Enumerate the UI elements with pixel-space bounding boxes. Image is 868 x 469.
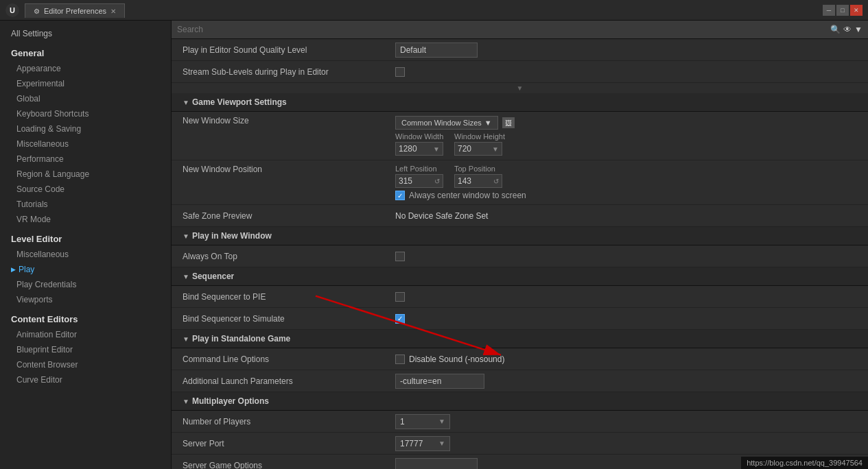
width-group: Window Width 1280 ▼ [395, 132, 450, 156]
server-port-input[interactable]: 17777 ▼ [395, 436, 450, 451]
close-tab-button[interactable]: ✕ [110, 8, 116, 15]
sidebar-item-tutorials[interactable]: Tutorials [0, 197, 171, 212]
common-sizes-label: Common Window Sizes [401, 119, 482, 127]
sound-quality-label: Play in Editor Sound Quality Level [183, 45, 395, 55]
sidebar-item-content-browser[interactable]: Content Browser [0, 357, 171, 372]
num-players-value: 1 [400, 417, 405, 426]
sidebar-item-viewports[interactable]: Viewports [0, 292, 171, 307]
center-window-checkbox[interactable] [395, 191, 405, 200]
sound-quality-control: Default [395, 43, 857, 58]
stream-sublevels-checkbox[interactable] [395, 67, 405, 77]
command-line-label: Command Line Options [183, 354, 395, 364]
sidebar-item-experimental[interactable]: Experimental [0, 76, 171, 91]
window-width-label: Window Width [395, 132, 450, 141]
editor-preferences-tab[interactable]: ⚙ Editor Preferences ✕ [25, 3, 125, 18]
window-controls: ─ □ ✕ [823, 5, 863, 16]
common-window-sizes-row: Common Window Sizes ▼ 🖼 [395, 116, 515, 130]
server-game-options-label: Server Game Options [183, 461, 395, 470]
search-icon[interactable]: 🔍 [830, 25, 841, 34]
common-window-sizes-button[interactable]: Common Window Sizes ▼ [395, 116, 498, 130]
section-game-viewport-label: Game Viewport Settings [192, 97, 287, 107]
sidebar-item-keyboard-shortcuts[interactable]: Keyboard Shortcuts [0, 106, 171, 121]
scroll-indicator: ▼ [172, 83, 868, 93]
num-players-control: 1 ▼ [395, 414, 857, 429]
bind-pie-checkbox[interactable] [395, 292, 405, 302]
window-height-input[interactable]: 720 ▼ [454, 142, 502, 156]
eye-icon[interactable]: 👁 [843, 25, 852, 34]
setting-row-stream-sublevels: Stream Sub-Levels during Play in Editor [172, 61, 868, 83]
setting-row-window-position: New Window Position Left Position 315 ↺ [172, 160, 868, 205]
tab-icon: ⚙ [34, 8, 40, 15]
setting-row-always-on-top: Always On Top [172, 245, 868, 267]
safe-zone-value: No Device Safe Zone Set [395, 211, 488, 221]
sidebar-item-miscellaneous[interactable]: Miscellaneous [0, 136, 171, 152]
search-icons: 🔍 👁 ▼ [830, 25, 863, 34]
sidebar-item-loading-saving[interactable]: Loading & Saving [0, 121, 171, 136]
num-players-arrow-icon: ▼ [438, 418, 445, 425]
setting-row-server-port: Server Port 17777 ▼ [172, 433, 868, 455]
sidebar-item-animation-editor[interactable]: Animation Editor [0, 327, 171, 342]
sidebar-item-global[interactable]: Global [0, 91, 171, 106]
top-position-input[interactable]: 143 ↺ [454, 174, 502, 188]
center-window-label: Always center window to screen [409, 191, 526, 200]
left-position-input[interactable]: 315 ↺ [395, 174, 443, 188]
sidebar-item-vr-mode[interactable]: VR Mode [0, 212, 171, 227]
safe-zone-label: Safe Zone Preview [183, 211, 395, 221]
sidebar-item-performance[interactable]: Performance [0, 152, 171, 167]
launch-params-input[interactable] [395, 374, 484, 389]
setting-row-window-size: New Window Size Common Window Sizes ▼ 🖼 [172, 112, 868, 160]
sound-quality-dropdown[interactable]: Default [395, 43, 478, 58]
disable-sound-checkbox[interactable] [395, 354, 405, 364]
window-dimensions-row: Window Width 1280 ▼ Window Height [395, 132, 515, 156]
position-controls: Left Position 315 ↺ Top Position [395, 165, 526, 200]
tab-label: Editor Preferences [44, 7, 106, 15]
chevron-down-icon[interactable]: ▼ [854, 25, 863, 34]
setting-row-sound-quality: Play in Editor Sound Quality Level Defau… [172, 39, 868, 61]
bind-simulate-checkbox[interactable] [395, 314, 405, 324]
search-input[interactable] [177, 25, 826, 34]
stream-sublevels-label: Stream Sub-Levels during Play in Editor [183, 67, 395, 77]
section-multiplayer: ▼ Multiplayer Options [172, 392, 868, 411]
sidebar-all-settings[interactable]: All Settings [0, 26, 171, 41]
sidebar-item-blueprint-editor[interactable]: Blueprint Editor [0, 342, 171, 357]
bind-simulate-control [395, 314, 857, 324]
server-port-control: 17777 ▼ [395, 436, 857, 451]
window-width-input[interactable]: 1280 ▼ [395, 142, 443, 156]
always-on-top-checkbox[interactable] [395, 252, 405, 261]
sidebar-item-curve-editor[interactable]: Curve Editor [0, 372, 171, 387]
minimize-button[interactable]: ─ [823, 5, 835, 16]
sidebar-item-source-code[interactable]: Source Code [0, 182, 171, 197]
window-size-label: New Window Size [183, 116, 395, 125]
section-sequencer-label: Sequencer [192, 272, 234, 281]
command-line-control: Disable Sound (-nosound) [395, 354, 857, 364]
app-logo: U [5, 3, 19, 17]
sidebar-item-level-miscellaneous[interactable]: Miscellaneous [0, 247, 171, 262]
section-triangle-icon-3: ▼ [183, 273, 189, 280]
sound-quality-dropdown-wrapper: Default [395, 43, 478, 58]
sidebar-section-content-editors: Content Editors [0, 307, 171, 327]
server-port-label: Server Port [183, 439, 395, 448]
section-triangle-icon-4: ▼ [183, 335, 189, 343]
section-game-viewport: ▼ Game Viewport Settings [172, 93, 868, 112]
section-multiplayer-label: Multiplayer Options [192, 396, 269, 406]
content-area: 🔍 👁 ▼ Play in Editor Sound Quality Level… [172, 21, 868, 469]
screenshot-icon[interactable]: 🖼 [502, 117, 515, 128]
window-height-value: 720 [458, 144, 471, 154]
height-arrow-icon: ▼ [492, 145, 499, 153]
close-button[interactable]: ✕ [850, 5, 863, 16]
title-bar: U ⚙ Editor Preferences ✕ ─ □ ✕ [0, 0, 868, 21]
server-game-options-input[interactable] [395, 458, 478, 470]
server-port-value: 17777 [400, 439, 423, 448]
setting-row-bind-simulate: Bind Sequencer to Simulate [172, 308, 868, 330]
sidebar-item-appearance[interactable]: Appearance [0, 61, 171, 76]
num-players-input[interactable]: 1 ▼ [395, 414, 450, 429]
safe-zone-control: No Device Safe Zone Set [395, 211, 857, 221]
position-inputs-row: Left Position 315 ↺ Top Position [395, 165, 526, 188]
sidebar-item-region-language[interactable]: Region & Language [0, 167, 171, 182]
sidebar-item-play[interactable]: ▶ Play [0, 262, 171, 277]
maximize-button[interactable]: □ [836, 5, 849, 16]
sidebar-item-play-credentials[interactable]: Play Credentials [0, 277, 171, 292]
setting-row-num-players: Number of Players 1 ▼ [172, 411, 868, 433]
url-bar: https://blog.csdn.net/qq_39947564 [741, 457, 868, 469]
num-players-label: Number of Players [183, 417, 395, 426]
